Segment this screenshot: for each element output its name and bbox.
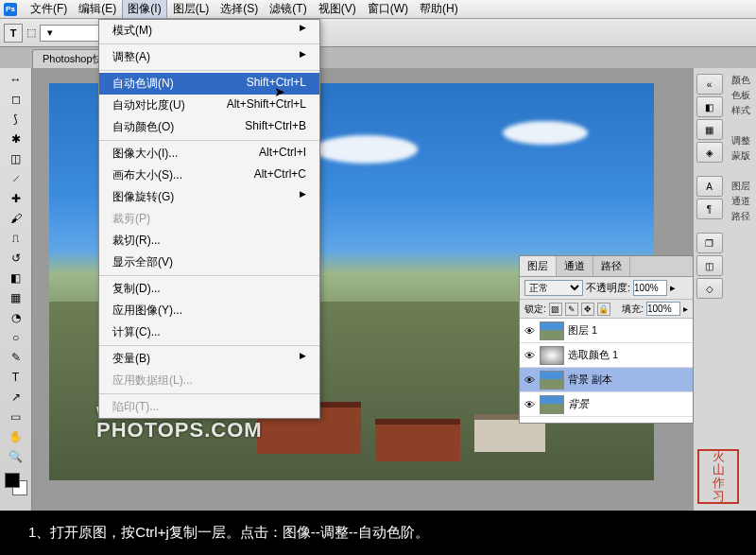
brush-tool-icon[interactable]: 🖌 [6, 209, 26, 228]
crop-tool-icon[interactable]: ◫ [6, 149, 26, 168]
history-brush-icon[interactable]: ↺ [6, 249, 26, 268]
blur-tool-icon[interactable]: ◔ [6, 308, 26, 327]
menu-item[interactable]: 自动对比度(U)Alt+Shift+Ctrl+L [99, 95, 319, 116]
dock-label-styles[interactable]: 样式 [731, 104, 750, 117]
font-family-select[interactable]: ▾ [40, 25, 106, 42]
layer-row[interactable]: 👁图层 1 [520, 319, 693, 343]
type-tool-icon[interactable]: T [6, 368, 26, 387]
lasso-tool-icon[interactable]: ⟆ [6, 110, 26, 129]
image-menu-dropdown: 模式(M)▶调整(A)▶自动色调(N)Shift+Ctrl+L自动对比度(U)A… [98, 19, 320, 419]
healing-tool-icon[interactable]: ✚ [6, 189, 26, 208]
menu-edit[interactable]: 编辑(E) [73, 0, 122, 19]
menu-item[interactable]: 图像大小(I)...Alt+Ctrl+I [99, 143, 319, 165]
dock-label-color[interactable]: 颜色 [731, 74, 750, 87]
lock-move-icon[interactable]: ✥ [581, 303, 594, 316]
orientation-icon[interactable]: ⬚ [26, 26, 36, 39]
dock-label-mask[interactable]: 蒙版 [731, 149, 750, 163]
pen-tool-icon[interactable]: ✎ [6, 348, 26, 367]
blend-mode-select[interactable]: 正常 [524, 280, 583, 296]
menu-item[interactable]: 调整(A)▶ [99, 46, 319, 68]
dodge-tool-icon[interactable]: ○ [6, 328, 26, 347]
lock-paint-icon[interactable]: ✎ [565, 303, 578, 316]
visibility-icon[interactable]: 👁 [523, 325, 536, 337]
dock-label-paths[interactable]: 路径 [731, 210, 750, 223]
menu-layer[interactable]: 图层(L) [167, 0, 215, 19]
tab-paths[interactable]: 路径 [593, 256, 630, 276]
layer-list: 👁图层 1👁选取颜色 1👁背景 副本👁背景 [520, 319, 693, 423]
menu-item[interactable]: 显示全部(V) [99, 251, 319, 273]
menu-item[interactable]: 应用图像(Y)... [99, 300, 319, 321]
tab-layers[interactable]: 图层 [520, 256, 557, 276]
menu-item[interactable]: 模式(M)▶ [99, 20, 319, 42]
menu-item: 应用数据组(L)... [99, 370, 319, 391]
eyedropper-tool-icon[interactable]: ⟋ [6, 169, 26, 188]
menubar: Ps 文件(F) 编辑(E) 图像(I) 图层(L) 选择(S) 滤镜(T) 视… [0, 0, 756, 19]
wand-tool-icon[interactable]: ✱ [6, 130, 26, 148]
layer-row[interactable]: 👁选取颜色 1 [520, 343, 693, 368]
menu-image[interactable]: 图像(I) [122, 0, 166, 19]
menu-help[interactable]: 帮助(H) [414, 0, 464, 19]
dock-label-layers[interactable]: 图层 [731, 180, 750, 193]
eraser-tool-icon[interactable]: ◧ [6, 269, 26, 287]
dock-label-channels[interactable]: 通道 [731, 195, 750, 208]
stamp-tool-icon[interactable]: ⎍ [6, 229, 26, 248]
menu-item[interactable]: 自动色调(N)Shift+Ctrl+L [99, 73, 319, 95]
visibility-icon[interactable]: 👁 [523, 350, 536, 361]
menu-item[interactable]: 自动颜色(O)Shift+Ctrl+B [99, 116, 319, 138]
menu-item[interactable]: 计算(C)... [99, 321, 319, 343]
layer-thumbnail[interactable] [540, 395, 564, 414]
dock-paths-icon[interactable]: ◇ [696, 278, 723, 299]
hand-tool-icon[interactable]: ✋ [6, 427, 26, 446]
menu-select[interactable]: 选择(S) [215, 0, 264, 19]
dock-styles-icon[interactable]: ◈ [696, 142, 723, 163]
fill-input[interactable] [646, 302, 680, 316]
fill-label: 填充: [622, 303, 644, 316]
zoom-tool-icon[interactable]: 🔍 [6, 447, 26, 466]
move-tool-icon[interactable]: ↔ [6, 70, 26, 89]
menu-item: 陷印(T)... [99, 396, 319, 418]
tool-indicator[interactable]: T [4, 24, 23, 43]
menu-file[interactable]: 文件(F) [25, 0, 73, 19]
menu-item[interactable]: 复制(D)... [99, 278, 319, 300]
visibility-icon[interactable]: 👁 [523, 399, 536, 410]
dock-channels-icon[interactable]: ◫ [696, 255, 723, 276]
lock-all-icon[interactable]: 🔒 [597, 303, 610, 316]
layer-row[interactable]: 👁背景 [520, 392, 693, 417]
dock-color-icon[interactable]: ◧ [696, 96, 723, 117]
shape-tool-icon[interactable]: ▭ [6, 408, 26, 426]
marquee-tool-icon[interactable]: ◻ [6, 90, 26, 109]
dock-layers-icon[interactable]: ❐ [696, 233, 723, 253]
menu-item[interactable]: 图像旋转(G)▶ [99, 186, 319, 208]
dock-paragraph-icon[interactable]: ¶ [696, 199, 723, 219]
cursor-icon: ➤ [274, 84, 285, 99]
color-swatches[interactable] [5, 473, 27, 495]
visibility-icon[interactable]: 👁 [523, 374, 536, 386]
fill-arrow-icon[interactable]: ▸ [683, 304, 688, 314]
dock-label-adjust[interactable]: 调整 [731, 134, 750, 147]
layer-name: 背景 副本 [568, 373, 612, 387]
opacity-input[interactable] [633, 280, 667, 296]
layer-thumbnail[interactable] [540, 346, 564, 365]
layer-thumbnail[interactable] [540, 371, 564, 390]
path-tool-icon[interactable]: ↗ [6, 388, 26, 407]
lock-label: 锁定: [524, 303, 546, 316]
tab-channels[interactable]: 通道 [557, 256, 593, 276]
lock-transparent-icon[interactable]: ▨ [549, 303, 562, 316]
dock-swatches-icon[interactable]: ▦ [696, 119, 723, 140]
opacity-arrow-icon[interactable]: ▸ [670, 282, 676, 294]
ps-logo-icon: Ps [4, 3, 17, 16]
menu-view[interactable]: 视图(V) [313, 0, 362, 19]
menu-item[interactable]: 变量(B)▶ [99, 348, 319, 370]
gradient-tool-icon[interactable]: ▦ [6, 288, 26, 307]
dock-label-swatches[interactable]: 色板 [731, 89, 750, 102]
dock-type-icon[interactable]: A [696, 176, 723, 197]
foreground-color[interactable] [5, 473, 20, 488]
menu-item[interactable]: 画布大小(S)...Alt+Ctrl+C [99, 165, 319, 186]
toolbox: ↔ ◻ ⟆ ✱ ◫ ⟋ ✚ 🖌 ⎍ ↺ ◧ ▦ ◔ ○ ✎ T ↗ ▭ ✋ 🔍 [0, 68, 32, 511]
menu-item[interactable]: 裁切(R)... [99, 230, 319, 251]
menu-window[interactable]: 窗口(W) [362, 0, 414, 19]
layer-row[interactable]: 👁背景 副本 [520, 368, 693, 392]
menu-filter[interactable]: 滤镜(T) [264, 0, 312, 19]
dock-collapse-icon[interactable]: « [696, 74, 723, 95]
layer-thumbnail[interactable] [540, 321, 564, 340]
